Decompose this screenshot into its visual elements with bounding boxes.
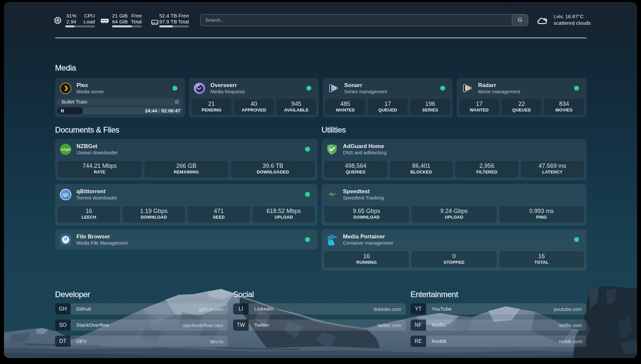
svg-text:nzbget: nzbget bbox=[61, 148, 71, 151]
svg-text:qb: qb bbox=[62, 192, 69, 198]
